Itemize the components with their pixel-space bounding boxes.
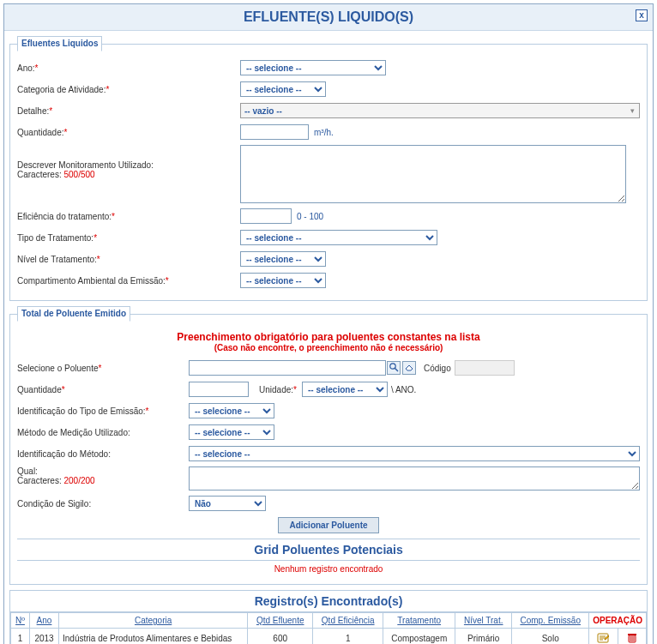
qual-label: Qual: [17,466,38,476]
cell-edit [589,629,618,645]
quantidade-label: Quantidade: [17,128,64,137]
col-tratamento[interactable]: Tratamento [383,613,455,629]
monitor-caracteres-count: 500/500 [63,170,94,179]
detalhe-select[interactable]: -- vazio -- ▾ [240,103,640,118]
eficiencia-range: 0 - 100 [297,212,323,221]
cell-delete [618,629,646,645]
nivel-trat-label: Nível de Tratamento: [17,255,97,264]
selecione-poluente-label: Selecione o Poluente [17,364,99,373]
poluente-input[interactable] [189,360,386,376]
eficiencia-input[interactable] [240,208,292,224]
cell-num: 1 [11,629,30,645]
ident-metodo-select[interactable]: -- selecione -- [189,446,640,461]
categoria-required: * [105,85,109,94]
detalhe-required: * [49,106,52,116]
sigilo-label: Condição de Sigilo: [17,499,91,509]
col-ano[interactable]: Ano [30,613,59,629]
ident-tipo-label: Identificação do Tipo de Emissão: [17,406,146,416]
ano-select[interactable]: -- selecione -- [240,60,386,75]
no-records-msg: Nenhum registro encontrado [17,561,640,577]
efluentes-legend: Efluentes Liquidos [17,36,102,51]
svg-rect-4 [628,634,636,635]
grid-poluentes-title: Grid Poluentes Potenciais [17,539,640,561]
col-categoria[interactable]: Categoria [59,613,248,629]
monitor-textarea[interactable] [240,145,626,203]
compartimento-label: Compartimento Ambiental da Emissão: [17,276,166,286]
cell-categoria: Indústria de Produtos Alimentares e Bebi… [59,629,248,645]
quantidade2-input[interactable] [189,382,249,397]
qual-textarea[interactable] [189,466,640,491]
table-row: 1 2013 Indústria de Produtos Alimentares… [11,629,647,645]
codigo-label: Código [424,364,451,373]
eficiencia-label: Eficiência do tratamento: [17,212,112,221]
col-qtd-eficiencia[interactable]: Qtd Eficiência [313,613,383,629]
nivel-trat-required: * [97,255,100,264]
ident-tipo-select[interactable]: -- selecione -- [189,403,274,418]
efluentes-fieldset: Efluentes Liquidos Ano:* -- selecione --… [9,36,648,301]
registros-title: Registro(s) Encontrado(s) [10,591,647,612]
eficiencia-required: * [112,212,115,221]
compartimento-select[interactable]: -- selecione -- [240,273,326,288]
poluente-fieldset: Total de Poluente Emitido Preenchimento … [9,306,648,585]
cell-qtd-eficiencia: 1 [313,629,383,645]
cell-comp-emissao: Solo [512,629,589,645]
compartimento-required: * [166,276,169,286]
delete-icon[interactable] [625,631,639,644]
qual-caracteres-count: 200/200 [63,476,94,485]
cell-ano: 2013 [30,629,59,645]
add-poluente-button[interactable]: Adicionar Poluente [278,517,378,533]
quantidade-required: * [64,128,68,137]
quantidade2-label: Quantidade [17,385,62,394]
metodo-medicao-label: Método de Medição Utilizado: [17,428,130,437]
col-qtd-efluente[interactable]: Qtd Efluente [248,613,313,629]
unidade-label: Unidade:* [259,385,297,394]
monitor-label: Descrever Monitoramento Utilizado: [17,160,154,170]
col-num[interactable]: Nº [11,613,30,629]
ano-label: Ano: [17,63,35,73]
detalhe-value: -- vazio -- [243,106,628,116]
title-bar: EFLUENTE(S) LIQUIDO(S) x [4,4,653,31]
quantidade-input[interactable] [240,124,309,140]
search-icon[interactable] [387,361,401,375]
sigilo-select[interactable]: Não [189,496,266,511]
quantidade2-required: * [62,385,65,394]
registros-section: Registro(s) Encontrado(s) Nº Ano Categor… [9,590,648,644]
quantidade-unit: m³/h. [314,128,334,137]
col-comp-emissao[interactable]: Comp. Emissão [512,613,589,629]
cell-qtd-efluente: 600 [248,629,313,645]
nivel-trat-select[interactable]: -- selecione -- [240,251,326,267]
edit-icon[interactable] [596,631,610,644]
selecione-poluente-required: * [99,364,102,373]
close-button[interactable]: x [636,9,648,21]
metodo-medicao-select[interactable]: -- selecione -- [189,424,274,440]
poluente-legend: Total de Poluente Emitido [17,306,130,322]
ident-metodo-label: Identificação do Método: [17,449,111,459]
efluentes-window: EFLUENTE(S) LIQUIDO(S) x Efluentes Liqui… [3,3,654,644]
poluente-subtitle2: (Caso não encontre, o preenchimento não … [17,343,640,352]
monitor-caracteres-label: Caracteres: [17,170,63,179]
tipo-trat-label: Tipo de Tratamento: [17,233,93,243]
tipo-trat-required: * [93,233,97,243]
col-operacao: OPERAÇÃO [589,613,647,629]
codigo-display [455,360,515,376]
categoria-label: Categoria de Atividade: [17,85,105,94]
svg-point-0 [390,364,395,369]
eraser-icon[interactable] [402,361,416,375]
qual-caracteres-label: Caracteres: [17,476,63,485]
chevron-down-icon: ▾ [628,106,637,115]
detalhe-label: Detalhe: [17,106,49,116]
ident-tipo-required: * [146,406,149,416]
ano-required: * [35,63,39,73]
registros-table: Nº Ano Categoria Qtd Efluente Qtd Eficiê… [10,612,647,644]
unidade-suffix: \ ANO. [391,385,416,394]
cell-nivel-trat: Primário [455,629,512,645]
window-title: EFLUENTE(S) LIQUIDO(S) [244,9,413,24]
poluente-subtitle: Preenchimento obrigatório para poluentes… [17,331,640,343]
col-nivel-trat[interactable]: Nível Trat. [455,613,512,629]
cell-tratamento: Compostagem [383,629,455,645]
categoria-select[interactable]: -- selecione -- [240,81,326,97]
unidade-select[interactable]: -- selecione -- [302,382,388,397]
tipo-trat-select[interactable]: -- selecione -- [240,230,437,245]
svg-line-1 [395,369,399,372]
